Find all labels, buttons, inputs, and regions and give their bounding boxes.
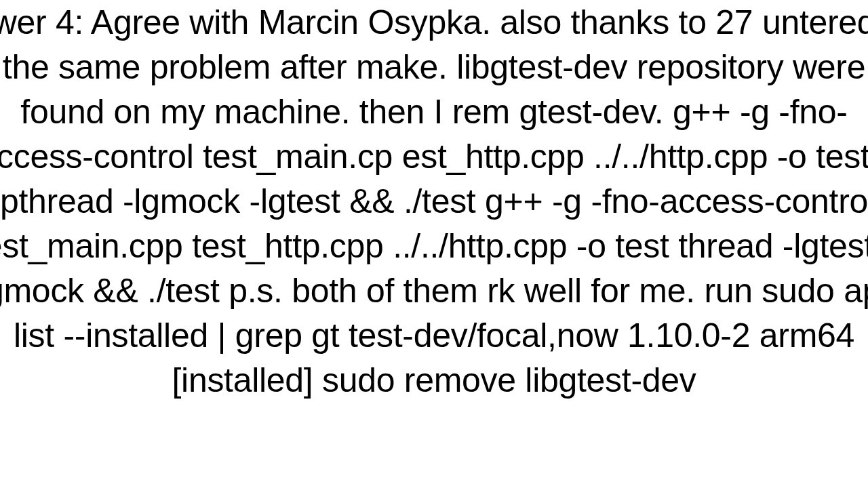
answer-text-block: wer 4: Agree with Marcin Osypka. also th… xyxy=(0,0,868,403)
